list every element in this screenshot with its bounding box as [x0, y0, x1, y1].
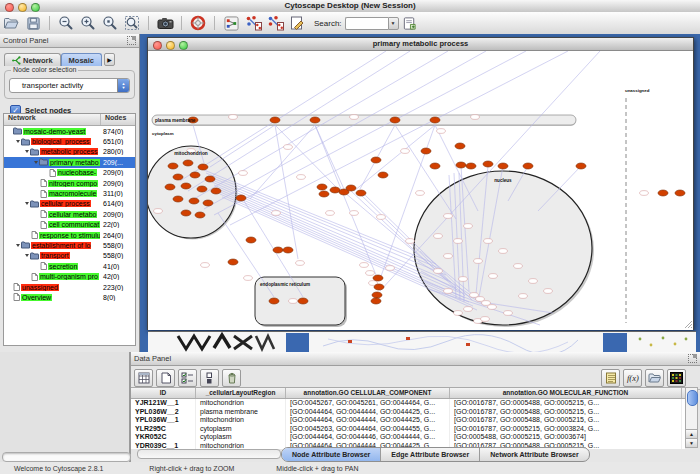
network-node-selected[interactable] — [466, 163, 476, 169]
network-node-selected[interactable] — [270, 117, 280, 123]
network-node-selected[interactable] — [183, 160, 193, 166]
tree-row[interactable]: primary metabo209(... — [4, 157, 135, 167]
network-node-selected[interactable] — [283, 247, 293, 253]
color-attribute-dropdown[interactable]: transporter activity ▲▼ — [9, 78, 130, 93]
network-node-selected[interactable] — [205, 176, 215, 182]
network-node-unselected[interactable] — [350, 115, 359, 120]
help-button[interactable] — [188, 14, 208, 32]
network-node-unselected[interactable] — [471, 115, 480, 120]
float-panel-icon[interactable] — [688, 354, 697, 363]
tree-column-nodes[interactable]: Nodes — [101, 114, 126, 125]
network-node-unselected[interactable] — [386, 266, 395, 271]
network-node-unselected[interactable] — [229, 115, 238, 120]
network-node-selected[interactable] — [228, 259, 238, 265]
network-node-unselected[interactable] — [437, 129, 446, 134]
select-attributes-button[interactable] — [178, 369, 197, 387]
network-node-unselected[interactable] — [377, 215, 386, 220]
expander-icon[interactable] — [16, 140, 20, 143]
network-node-unselected[interactable] — [474, 259, 483, 264]
network-window-titlebar[interactable]: primary metabolic process — [148, 38, 693, 51]
table-column-header[interactable]: annotation.GO CELLULAR_COMPONENT — [286, 388, 450, 398]
network-node-selected[interactable] — [330, 187, 340, 193]
network-node-selected[interactable] — [430, 117, 440, 123]
scroll-up-button[interactable]: ▲ — [686, 429, 697, 438]
network-node-unselected[interactable] — [434, 269, 443, 274]
zoom-fit-button[interactable] — [122, 14, 142, 32]
zoom-selected-button[interactable] — [100, 14, 120, 32]
network-node-unselected[interactable] — [244, 276, 253, 281]
network-node-unselected[interactable] — [401, 149, 410, 154]
network-node-unselected[interactable] — [444, 214, 453, 219]
network-node-selected[interactable] — [195, 212, 205, 218]
network-node-selected[interactable] — [372, 292, 382, 298]
tree-row[interactable]: transport558(0) — [4, 251, 135, 261]
network-node-selected[interactable] — [319, 191, 329, 197]
network-node-selected[interactable] — [173, 174, 183, 180]
network-manager-button[interactable] — [221, 14, 241, 32]
network-node-unselected[interactable] — [272, 211, 281, 216]
scroll-down-button[interactable]: ▼ — [686, 438, 697, 447]
network-node-selected[interactable] — [197, 186, 207, 192]
network-node-selected[interactable] — [390, 117, 400, 123]
resize-grip-icon[interactable] — [685, 321, 692, 328]
tab-network-attribute-browser[interactable]: Network Attribute Browser — [480, 448, 588, 461]
tree-row[interactable]: secretion41(0) — [4, 261, 135, 271]
network-node-selected[interactable] — [173, 196, 183, 202]
network-node-unselected[interactable] — [544, 289, 553, 294]
network-node-unselected[interactable] — [434, 234, 443, 239]
network-node-unselected[interactable] — [239, 171, 248, 176]
network-node-unselected[interactable] — [504, 311, 513, 316]
network-node-unselected[interactable] — [284, 145, 293, 150]
network-node-unselected[interactable] — [484, 239, 493, 244]
attribute-matrix-button[interactable] — [667, 369, 686, 387]
network-node-unselected[interactable] — [519, 294, 528, 299]
network-node-unselected[interactable] — [489, 274, 498, 279]
network-node-selected[interactable] — [378, 172, 388, 178]
notepad-button[interactable] — [601, 369, 620, 387]
network-node-selected[interactable] — [269, 298, 279, 304]
network-node-unselected[interactable] — [488, 305, 497, 310]
network-node-selected[interactable] — [430, 163, 440, 169]
network-node-selected[interactable] — [576, 163, 586, 169]
network-node-selected[interactable] — [298, 298, 308, 304]
tree-row[interactable]: establishment of lo558(0) — [4, 240, 135, 250]
network-node-selected[interactable] — [168, 163, 178, 169]
import-attributes-button[interactable] — [645, 369, 664, 387]
network-node-unselected[interactable] — [464, 224, 473, 229]
network-node-unselected[interactable] — [529, 279, 538, 284]
function-builder-button[interactable]: f(x) — [623, 369, 642, 387]
network-node-selected[interactable] — [658, 190, 668, 196]
network-node-unselected[interactable] — [360, 263, 369, 268]
network-node-selected[interactable] — [181, 183, 191, 189]
tree-row[interactable]: cellular metabo209(0) — [4, 209, 135, 219]
attribute-table-button[interactable] — [134, 369, 153, 387]
tree-row[interactable]: cellular process614(0) — [4, 199, 135, 209]
network-node-unselected[interactable] — [476, 297, 485, 302]
tab-overflow-button[interactable]: ▶ — [104, 53, 115, 66]
open-file-button[interactable] — [1, 14, 21, 32]
tree-row[interactable]: nitrogen compo209(0) — [4, 178, 135, 188]
tab-network[interactable]: Network — [4, 53, 61, 66]
network-node-unselected[interactable] — [350, 211, 359, 216]
network-node-unselected[interactable] — [326, 211, 335, 216]
network-node-selected[interactable] — [371, 157, 381, 163]
network-node-unselected[interactable] — [366, 271, 375, 276]
table-row[interactable]: YLR295Ccytoplasm[GO:0045263, GO:0044464,… — [131, 425, 685, 434]
tab-node-attribute-browser[interactable]: Node Attribute Browser — [282, 448, 381, 461]
apply-layout-button[interactable] — [243, 14, 263, 32]
network-node-selected[interactable] — [373, 275, 383, 281]
apply-style-button[interactable] — [265, 14, 285, 32]
new-attribute-button[interactable] — [156, 369, 175, 387]
expander-icon[interactable] — [16, 244, 20, 247]
float-panel-icon[interactable] — [127, 36, 136, 45]
tree-row[interactable]: cell communicat22(0) — [4, 220, 135, 230]
column-options-button[interactable] — [200, 369, 219, 387]
table-row[interactable]: YPL036W__1mitochondrion[GO:0044464, GO:0… — [131, 416, 685, 425]
network-node-unselected[interactable] — [514, 264, 523, 269]
annotation-button[interactable] — [287, 14, 307, 32]
network-node-unselected[interactable] — [201, 263, 210, 268]
table-column-header[interactable]: ID — [131, 388, 196, 398]
network-node-selected[interactable] — [190, 172, 200, 178]
network-node-unselected[interactable] — [481, 317, 490, 322]
tree-row[interactable]: metabolic process280(0) — [4, 147, 135, 157]
